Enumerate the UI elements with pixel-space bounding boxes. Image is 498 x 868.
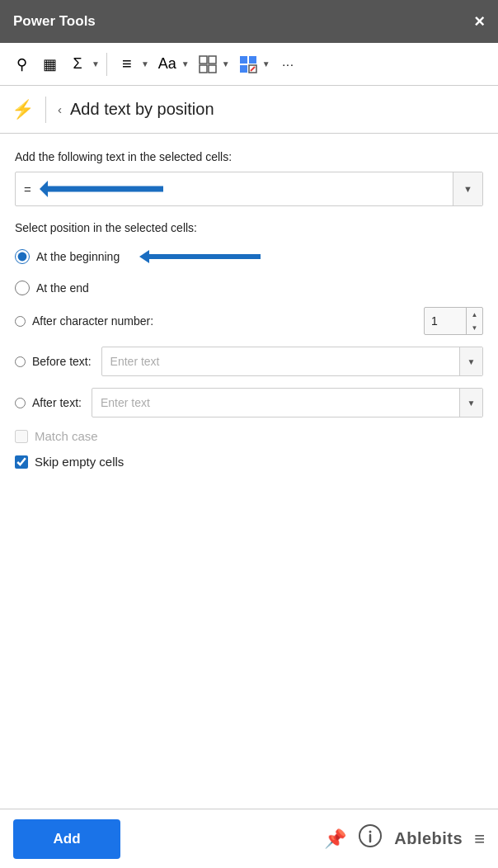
svg-rect-5: [249, 56, 256, 64]
skip-empty-cells-label[interactable]: Skip empty cells: [35, 455, 124, 469]
match-case-label[interactable]: Match case: [35, 429, 98, 443]
brand-name: Ablebits: [394, 829, 463, 848]
position-after-char-radio[interactable]: [15, 316, 26, 327]
svg-rect-1: [209, 56, 216, 64]
sigma-dropdown-arrow: ▼: [92, 59, 100, 68]
after-text-dropdown-arrow[interactable]: [459, 389, 482, 417]
info-icon-svg: [358, 823, 383, 848]
toolbar-divider-1: [106, 53, 107, 76]
pin-icon[interactable]: ⚲: [8, 51, 35, 78]
svg-rect-0: [200, 56, 207, 64]
svg-point-14: [369, 831, 372, 833]
cells-button[interactable]: ▼: [195, 51, 230, 78]
text-size-button[interactable]: Aa ▼: [154, 51, 190, 78]
before-text-dropdown-arrow[interactable]: [459, 347, 482, 375]
svg-marker-12: [139, 250, 149, 263]
position-at-end-radio[interactable]: [15, 281, 30, 295]
char-spinner-up[interactable]: ▲: [467, 308, 482, 321]
after-text-input[interactable]: Enter text: [92, 388, 483, 417]
svg-rect-2: [200, 65, 207, 73]
table-button[interactable]: ▼: [235, 51, 270, 78]
text-input-value[interactable]: =: [16, 174, 453, 204]
footer: Add 📌 Ablebits ≡: [0, 809, 498, 868]
table-icon: [235, 51, 261, 78]
lines-button[interactable]: ≡ ▼: [114, 51, 149, 78]
char-spinner[interactable]: ▲ ▼: [466, 308, 482, 334]
sigma-icon: Σ: [64, 51, 91, 78]
svg-rect-3: [209, 65, 216, 73]
skip-empty-cells-checkbox[interactable]: [15, 455, 28, 469]
cells-icon: [195, 51, 221, 78]
position-after-char-label[interactable]: After character number:: [32, 314, 153, 328]
position-label: Select position in the selected cells:: [15, 221, 483, 234]
info-footer-icon[interactable]: [358, 823, 383, 854]
text-input-dropdown[interactable]: [453, 172, 482, 205]
svg-line-8: [251, 67, 255, 71]
char-number-value: 1: [425, 314, 466, 328]
text-input-container: =: [15, 172, 483, 206]
skip-empty-cells-row: Skip empty cells: [15, 455, 483, 469]
after-text-placeholder: Enter text: [92, 396, 459, 409]
position-before-text-row: Before text: Enter text: [15, 347, 483, 376]
cells-dropdown-arrow: ▼: [222, 59, 230, 68]
svg-rect-6: [240, 65, 247, 73]
lines-icon: ≡: [114, 51, 140, 78]
more-icon[interactable]: ···: [275, 51, 302, 78]
position-after-char-row: After character number: 1 ▲ ▼: [15, 307, 483, 335]
position-at-end-row: At the end: [15, 281, 483, 295]
page-header: ⚡ ‹ Add text by position: [0, 86, 498, 134]
position-before-text-radio[interactable]: [15, 356, 26, 367]
page-title: Add text by position: [70, 100, 214, 119]
app-title: Power Tools: [13, 13, 96, 30]
position-before-text-label[interactable]: Before text:: [32, 355, 92, 368]
pin-footer-icon[interactable]: 📌: [324, 828, 346, 850]
position-at-beginning-label[interactable]: At the beginning: [36, 250, 120, 263]
position-after-text-label[interactable]: After text:: [32, 396, 82, 409]
main-content: Add the following text in the selected c…: [0, 134, 498, 809]
before-text-placeholder: Enter text: [102, 355, 459, 368]
add-text-label: Add the following text in the selected c…: [15, 150, 483, 163]
before-text-input[interactable]: Enter text: [101, 347, 483, 376]
text-input-equals: =: [24, 182, 31, 196]
sigma-button[interactable]: Σ ▼: [64, 51, 100, 78]
svg-rect-4: [240, 56, 247, 64]
match-case-row: Match case: [15, 429, 483, 443]
char-number-input[interactable]: 1 ▲ ▼: [424, 307, 483, 335]
position-at-end-label[interactable]: At the end: [36, 281, 89, 295]
lines-dropdown-arrow: ▼: [141, 59, 149, 68]
toolbar: ⚲ ▦ Σ ▼ ≡ ▼ Aa ▼ ▼: [0, 43, 498, 86]
position-after-text-radio[interactable]: [15, 398, 26, 408]
svg-marker-10: [40, 181, 48, 197]
position-at-beginning-radio[interactable]: [15, 249, 30, 264]
close-button[interactable]: ×: [474, 11, 485, 32]
title-bar: Power Tools ×: [0, 0, 498, 43]
match-case-checkbox[interactable]: [15, 430, 28, 443]
position-after-text-row: After text: Enter text: [15, 388, 483, 417]
lightning-icon: ⚡: [12, 99, 34, 120]
table-dropdown-arrow: ▼: [262, 59, 270, 68]
header-divider: [45, 97, 46, 123]
add-button[interactable]: Add: [13, 819, 120, 859]
blue-arrow-annotation: [40, 174, 180, 204]
breadcrumb-back[interactable]: ‹: [58, 102, 62, 116]
footer-menu-icon[interactable]: ≡: [474, 828, 485, 850]
beginning-arrow-annotation: [133, 244, 265, 269]
char-spinner-down[interactable]: ▼: [467, 321, 482, 334]
toolbar-group-1: ⚲ ▦ Σ ▼: [8, 51, 100, 78]
text-size-icon: Aa: [154, 51, 181, 78]
text-size-dropdown-arrow: ▼: [181, 59, 190, 68]
grid-icon[interactable]: ▦: [36, 51, 63, 78]
position-at-beginning-row: At the beginning: [15, 244, 483, 269]
